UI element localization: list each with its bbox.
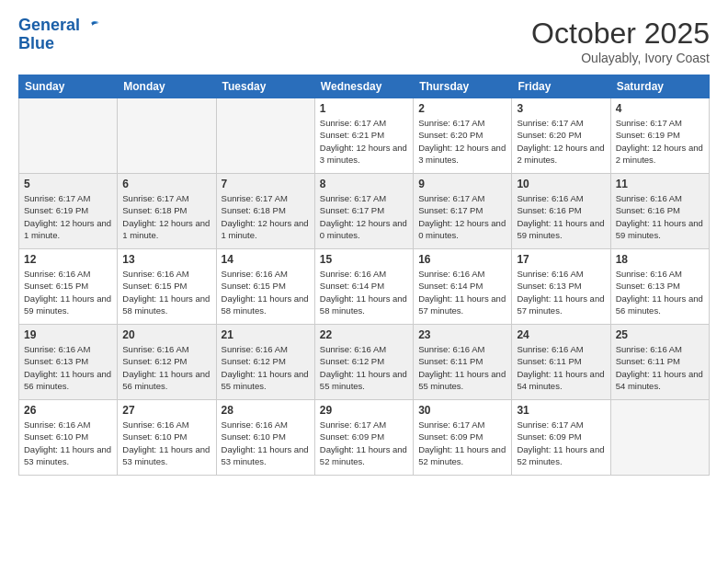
calendar-cell	[19, 98, 118, 174]
day-info: Sunrise: 6:17 AM Sunset: 6:21 PM Dayligh…	[320, 117, 408, 166]
month-title: October 2025	[531, 17, 710, 51]
day-number: 28	[222, 404, 310, 417]
day-number: 21	[222, 328, 310, 341]
logo-general: General	[18, 16, 80, 34]
day-number: 16	[418, 253, 506, 266]
col-sunday: Sunday	[19, 75, 118, 98]
calendar-cell: 24Sunrise: 6:16 AM Sunset: 6:11 PM Dayli…	[512, 325, 610, 400]
calendar-cell: 20Sunrise: 6:16 AM Sunset: 6:12 PM Dayli…	[118, 325, 216, 400]
day-number: 27	[122, 404, 210, 417]
day-number: 3	[517, 102, 605, 115]
calendar-header-row: Sunday Monday Tuesday Wednesday Thursday…	[19, 75, 710, 98]
day-info: Sunrise: 6:16 AM Sunset: 6:14 PM Dayligh…	[418, 268, 506, 316]
day-number: 7	[222, 178, 310, 190]
day-info: Sunrise: 6:17 AM Sunset: 6:20 PM Dayligh…	[517, 117, 605, 166]
calendar-cell: 13Sunrise: 6:16 AM Sunset: 6:15 PM Dayli…	[118, 249, 216, 325]
calendar-cell: 25Sunrise: 6:16 AM Sunset: 6:11 PM Dayli…	[610, 325, 709, 400]
day-number: 6	[122, 178, 210, 190]
day-info: Sunrise: 6:17 AM Sunset: 6:17 PM Dayligh…	[320, 192, 408, 241]
calendar-week-row: 19Sunrise: 6:16 AM Sunset: 6:13 PM Dayli…	[19, 325, 710, 400]
calendar-cell: 1Sunrise: 6:17 AM Sunset: 6:21 PM Daylig…	[314, 98, 413, 174]
col-monday: Monday	[118, 75, 216, 98]
calendar-cell: 6Sunrise: 6:17 AM Sunset: 6:18 PM Daylig…	[118, 174, 216, 249]
day-info: Sunrise: 6:16 AM Sunset: 6:10 PM Dayligh…	[24, 419, 112, 467]
calendar-cell: 14Sunrise: 6:16 AM Sunset: 6:15 PM Dayli…	[216, 249, 314, 325]
day-info: Sunrise: 6:16 AM Sunset: 6:13 PM Dayligh…	[24, 343, 112, 392]
calendar-cell	[216, 98, 314, 174]
day-number: 25	[616, 328, 704, 341]
calendar-cell: 7Sunrise: 6:17 AM Sunset: 6:18 PM Daylig…	[216, 174, 314, 249]
day-info: Sunrise: 6:16 AM Sunset: 6:12 PM Dayligh…	[222, 343, 310, 392]
calendar-cell: 15Sunrise: 6:16 AM Sunset: 6:14 PM Dayli…	[314, 249, 413, 325]
title-block: October 2025 Oulayably, Ivory Coast	[531, 17, 710, 65]
calendar-cell: 9Sunrise: 6:17 AM Sunset: 6:17 PM Daylig…	[414, 174, 512, 249]
calendar-cell: 19Sunrise: 6:16 AM Sunset: 6:13 PM Dayli…	[19, 325, 118, 400]
calendar-cell: 18Sunrise: 6:16 AM Sunset: 6:13 PM Dayli…	[610, 249, 709, 325]
day-number: 23	[418, 328, 506, 341]
calendar-table: Sunday Monday Tuesday Wednesday Thursday…	[18, 75, 710, 476]
day-info: Sunrise: 6:17 AM Sunset: 6:19 PM Dayligh…	[24, 192, 112, 241]
day-number: 8	[320, 178, 408, 190]
day-number: 14	[222, 253, 310, 266]
day-number: 29	[320, 404, 408, 417]
calendar-cell: 4Sunrise: 6:17 AM Sunset: 6:19 PM Daylig…	[610, 98, 709, 174]
day-info: Sunrise: 6:17 AM Sunset: 6:18 PM Dayligh…	[122, 192, 210, 241]
day-number: 24	[517, 328, 605, 341]
day-number: 30	[418, 404, 506, 417]
day-number: 4	[616, 102, 704, 115]
day-info: Sunrise: 6:16 AM Sunset: 6:15 PM Dayligh…	[24, 268, 112, 316]
day-number: 18	[616, 253, 704, 266]
day-number: 2	[418, 102, 506, 115]
calendar-cell: 2Sunrise: 6:17 AM Sunset: 6:20 PM Daylig…	[414, 98, 512, 174]
col-thursday: Thursday	[414, 75, 512, 98]
col-saturday: Saturday	[610, 75, 709, 98]
calendar-cell: 26Sunrise: 6:16 AM Sunset: 6:10 PM Dayli…	[19, 400, 118, 476]
day-number: 15	[320, 253, 408, 266]
calendar-cell: 12Sunrise: 6:16 AM Sunset: 6:15 PM Dayli…	[19, 249, 118, 325]
day-info: Sunrise: 6:16 AM Sunset: 6:10 PM Dayligh…	[122, 419, 210, 467]
calendar-cell: 30Sunrise: 6:17 AM Sunset: 6:09 PM Dayli…	[414, 400, 512, 476]
day-info: Sunrise: 6:17 AM Sunset: 6:19 PM Dayligh…	[616, 117, 704, 166]
calendar-cell: 8Sunrise: 6:17 AM Sunset: 6:17 PM Daylig…	[314, 174, 413, 249]
day-info: Sunrise: 6:16 AM Sunset: 6:15 PM Dayligh…	[122, 268, 210, 316]
calendar-cell: 27Sunrise: 6:16 AM Sunset: 6:10 PM Dayli…	[118, 400, 216, 476]
calendar-week-row: 5Sunrise: 6:17 AM Sunset: 6:19 PM Daylig…	[19, 174, 710, 249]
day-info: Sunrise: 6:16 AM Sunset: 6:13 PM Dayligh…	[616, 268, 704, 316]
day-info: Sunrise: 6:16 AM Sunset: 6:16 PM Dayligh…	[616, 192, 704, 241]
day-number: 10	[517, 178, 605, 190]
day-info: Sunrise: 6:17 AM Sunset: 6:09 PM Dayligh…	[418, 419, 506, 467]
calendar-cell: 11Sunrise: 6:16 AM Sunset: 6:16 PM Dayli…	[610, 174, 709, 249]
day-info: Sunrise: 6:16 AM Sunset: 6:15 PM Dayligh…	[222, 268, 310, 316]
day-info: Sunrise: 6:17 AM Sunset: 6:20 PM Dayligh…	[418, 117, 506, 166]
logo: General Blue	[18, 17, 99, 53]
day-info: Sunrise: 6:17 AM Sunset: 6:17 PM Dayligh…	[418, 192, 506, 241]
calendar-cell: 5Sunrise: 6:17 AM Sunset: 6:19 PM Daylig…	[19, 174, 118, 249]
calendar-cell: 28Sunrise: 6:16 AM Sunset: 6:10 PM Dayli…	[216, 400, 314, 476]
day-number: 19	[24, 328, 112, 341]
logo-blue: Blue	[18, 35, 54, 53]
calendar-week-row: 26Sunrise: 6:16 AM Sunset: 6:10 PM Dayli…	[19, 400, 710, 476]
calendar-cell: 17Sunrise: 6:16 AM Sunset: 6:13 PM Dayli…	[512, 249, 610, 325]
day-number: 5	[24, 178, 112, 190]
day-info: Sunrise: 6:17 AM Sunset: 6:09 PM Dayligh…	[320, 419, 408, 467]
day-info: Sunrise: 6:17 AM Sunset: 6:18 PM Dayligh…	[222, 192, 310, 241]
calendar-week-row: 1Sunrise: 6:17 AM Sunset: 6:21 PM Daylig…	[19, 98, 710, 174]
day-number: 26	[24, 404, 112, 417]
calendar-week-row: 12Sunrise: 6:16 AM Sunset: 6:15 PM Dayli…	[19, 249, 710, 325]
day-info: Sunrise: 6:16 AM Sunset: 6:11 PM Dayligh…	[517, 343, 605, 392]
col-wednesday: Wednesday	[314, 75, 413, 98]
day-number: 13	[122, 253, 210, 266]
calendar-cell	[610, 400, 709, 476]
day-info: Sunrise: 6:16 AM Sunset: 6:12 PM Dayligh…	[320, 343, 408, 392]
calendar-cell	[118, 98, 216, 174]
day-number: 17	[517, 253, 605, 266]
day-number: 11	[616, 178, 704, 190]
calendar-cell: 21Sunrise: 6:16 AM Sunset: 6:12 PM Dayli…	[216, 325, 314, 400]
day-info: Sunrise: 6:17 AM Sunset: 6:09 PM Dayligh…	[517, 419, 605, 467]
col-tuesday: Tuesday	[216, 75, 314, 98]
day-info: Sunrise: 6:16 AM Sunset: 6:11 PM Dayligh…	[418, 343, 506, 392]
header: General Blue October 2025 Oulayably, Ivo…	[18, 17, 710, 65]
calendar-cell: 23Sunrise: 6:16 AM Sunset: 6:11 PM Dayli…	[414, 325, 512, 400]
day-number: 20	[122, 328, 210, 341]
calendar-cell: 31Sunrise: 6:17 AM Sunset: 6:09 PM Dayli…	[512, 400, 610, 476]
